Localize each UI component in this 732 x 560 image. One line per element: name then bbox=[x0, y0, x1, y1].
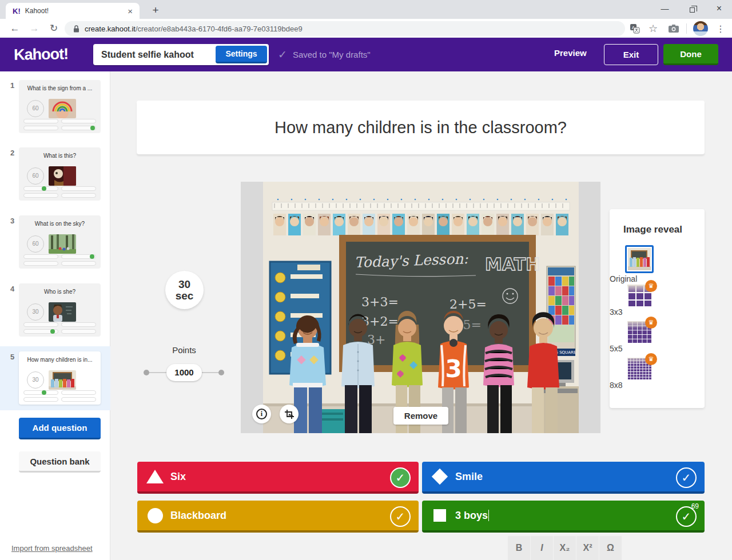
question-thumb-image bbox=[49, 99, 76, 118]
question-thumb-timer: 30 bbox=[27, 303, 44, 321]
kahoot-title[interactable]: Student selfie kahoot bbox=[93, 50, 216, 60]
kahoot-header: Kahoot! Student selfie kahoot Settings ✓… bbox=[0, 38, 732, 71]
reveal-option-label: Original bbox=[610, 274, 669, 283]
square-shape-icon bbox=[431, 507, 448, 524]
question-thumb-title: How many children is in... bbox=[19, 357, 101, 363]
question-number: 1 bbox=[10, 81, 14, 90]
browser-tab[interactable]: K! Kahoot! × bbox=[6, 3, 140, 19]
tab-close-icon[interactable]: × bbox=[125, 6, 135, 16]
translate-icon[interactable]: A bbox=[628, 22, 642, 35]
svg-text:MATH: MATH bbox=[485, 254, 540, 274]
answer-text[interactable]: Smile bbox=[455, 471, 483, 483]
mark-correct-toggle[interactable]: ✓ bbox=[390, 467, 411, 488]
time-limit-unit: sec bbox=[176, 290, 194, 302]
url-input[interactable]: create.kahoot.it/creator/e8ab443a-6170-4… bbox=[65, 21, 625, 36]
crop-image-icon bbox=[284, 409, 295, 419]
back-button[interactable]: ← bbox=[7, 21, 23, 37]
text-format-toolbar: B I X₂ X² Ω bbox=[508, 536, 622, 560]
italic-button[interactable]: I bbox=[531, 536, 553, 560]
subscript-button[interactable]: X₂ bbox=[554, 536, 576, 560]
mark-correct-toggle[interactable]: ✓ bbox=[676, 467, 697, 488]
triangle-shape-icon bbox=[146, 468, 164, 485]
question-bank-button[interactable]: Question bank bbox=[19, 451, 101, 473]
kahoot-favicon-icon: K! bbox=[13, 7, 21, 15]
circle-shape-icon bbox=[146, 507, 164, 524]
question-number: 4 bbox=[10, 285, 14, 293]
preview-button[interactable]: Preview bbox=[554, 48, 587, 58]
bookmark-star-icon[interactable]: ☆ bbox=[646, 22, 660, 35]
points-label: Points bbox=[146, 345, 222, 355]
answer-text[interactable]: Blackboard bbox=[170, 510, 226, 522]
bold-button[interactable]: B bbox=[508, 536, 530, 560]
url-path: /creator/e8ab443a-6170-4fd6-aa79-7e03119… bbox=[136, 25, 303, 33]
answer-option-1[interactable]: Six ✓ bbox=[137, 462, 419, 494]
question-thumbnail-3[interactable]: What is on the sky? 60 bbox=[19, 215, 101, 269]
chrome-menu-icon[interactable]: ⋮ bbox=[714, 22, 727, 35]
svg-text:2+5=: 2+5= bbox=[449, 297, 487, 311]
camera-icon[interactable] bbox=[667, 22, 681, 35]
new-tab-button[interactable]: + bbox=[148, 3, 164, 19]
premium-crown-icon: ♛ bbox=[645, 317, 657, 329]
kahoot-title-box[interactable]: Student selfie kahoot Settings bbox=[93, 44, 269, 65]
slider-max-dot bbox=[218, 370, 224, 375]
window-close-button[interactable]: × bbox=[706, 0, 732, 17]
reveal-option-original[interactable] bbox=[625, 245, 654, 273]
reload-button[interactable]: ↻ bbox=[46, 21, 62, 37]
window-restore-button[interactable] bbox=[679, 0, 705, 17]
question-image-container: Today's Lesson: MATH 3+3= 3+2= 3+ 2+5= 3… bbox=[241, 182, 600, 433]
superscript-button[interactable]: X² bbox=[576, 536, 599, 560]
toolbar-divider bbox=[686, 23, 687, 34]
question-thumbnail-4[interactable]: Who is she? 30 bbox=[19, 283, 101, 337]
info-icon: i bbox=[256, 409, 267, 419]
image-reveal-title: Image reveal bbox=[623, 224, 682, 235]
time-limit-button[interactable]: 30 sec bbox=[165, 271, 204, 309]
slider-min-dot bbox=[144, 370, 149, 375]
done-button[interactable]: Done bbox=[663, 44, 718, 65]
forward-button[interactable]: → bbox=[26, 21, 42, 37]
browser-tab-strip: K! Kahoot! × + — × bbox=[0, 0, 732, 19]
question-thumb-title: What is on the sky? bbox=[19, 221, 101, 227]
points-value[interactable]: 1000 bbox=[166, 364, 202, 381]
image-reveal-panel: Image reveal Original ♛ 3x3 ♛ 5x5 ♛ 8x8 bbox=[610, 209, 705, 408]
image-info-button[interactable]: i bbox=[252, 405, 271, 423]
diamond-shape-icon bbox=[431, 468, 448, 485]
question-thumb-title: Who is she? bbox=[19, 289, 101, 295]
mark-correct-toggle[interactable]: ✓ bbox=[676, 506, 697, 527]
symbol-button[interactable]: Ω bbox=[599, 536, 622, 560]
question-thumb-timer: 30 bbox=[27, 371, 44, 389]
settings-button[interactable]: Settings bbox=[216, 46, 267, 63]
browser-address-bar: ← → ↻ create.kahoot.it/creator/e8ab443a-… bbox=[0, 19, 732, 38]
question-thumbnail-5-selected[interactable]: How many children is in... 30 bbox=[19, 351, 101, 405]
question-number: 3 bbox=[10, 217, 14, 225]
editor-main: How many children is in the classroom? 3… bbox=[111, 71, 732, 560]
window-minimize-button[interactable]: — bbox=[652, 0, 678, 17]
question-thumbnail-2[interactable]: What is this? 60 bbox=[19, 147, 101, 201]
import-spreadsheet-link[interactable]: Import from spreadsheet bbox=[11, 544, 93, 553]
question-title[interactable]: How many children is in the classroom? bbox=[274, 118, 567, 137]
question-title-card[interactable]: How many children is in the classroom? bbox=[137, 101, 705, 154]
kahoot-logo[interactable]: Kahoot! bbox=[14, 45, 69, 64]
premium-crown-icon: ♛ bbox=[645, 353, 657, 365]
image-crop-button[interactable] bbox=[280, 405, 299, 423]
time-limit-value: 30 bbox=[178, 279, 190, 290]
answer-option-3[interactable]: Blackboard ✓ bbox=[137, 501, 419, 533]
answer-text-input[interactable]: 3 boys bbox=[455, 510, 489, 522]
question-thumbnail-1[interactable]: What is the sign from a ... 60 bbox=[19, 80, 101, 133]
answer-option-2[interactable]: Smile ✓ bbox=[422, 462, 705, 494]
remove-image-button[interactable]: Remove bbox=[393, 407, 448, 425]
add-question-button[interactable]: Add question bbox=[19, 418, 101, 439]
question-number: 5 bbox=[10, 353, 14, 361]
question-thumb-image bbox=[49, 234, 76, 254]
svg-text:3: 3 bbox=[445, 355, 462, 383]
answer-text[interactable]: Six bbox=[170, 471, 186, 483]
exit-button[interactable]: Exit bbox=[604, 44, 658, 65]
text-cursor bbox=[488, 510, 489, 521]
question-thumb-timer: 60 bbox=[27, 100, 44, 117]
answer-option-4-editing[interactable]: 69 3 boys ✓ bbox=[422, 501, 705, 533]
mark-correct-toggle[interactable]: ✓ bbox=[390, 506, 411, 527]
profile-avatar[interactable] bbox=[693, 21, 708, 36]
svg-text:3+3=: 3+3= bbox=[361, 295, 399, 309]
question-thumb-image bbox=[49, 166, 76, 186]
question-sidebar: 1 What is the sign from a ... 60 2 What … bbox=[0, 71, 110, 560]
question-thumb-title: What is this? bbox=[19, 153, 101, 159]
